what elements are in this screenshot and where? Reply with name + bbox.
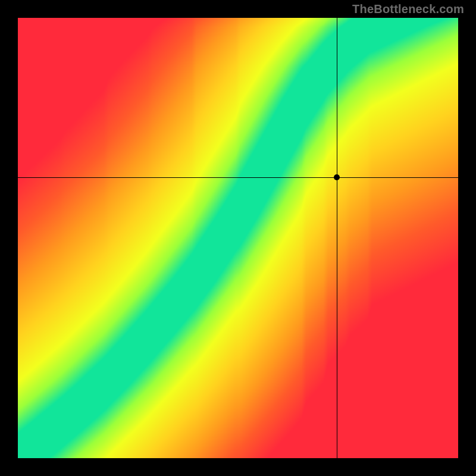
chart-container: TheBottleneck.com bbox=[0, 0, 476, 476]
heatmap-canvas bbox=[18, 18, 458, 458]
watermark-text: TheBottleneck.com bbox=[352, 2, 464, 16]
crosshair-vertical bbox=[337, 18, 337, 458]
marker-dot bbox=[334, 174, 340, 180]
crosshair-horizontal bbox=[18, 177, 458, 178]
